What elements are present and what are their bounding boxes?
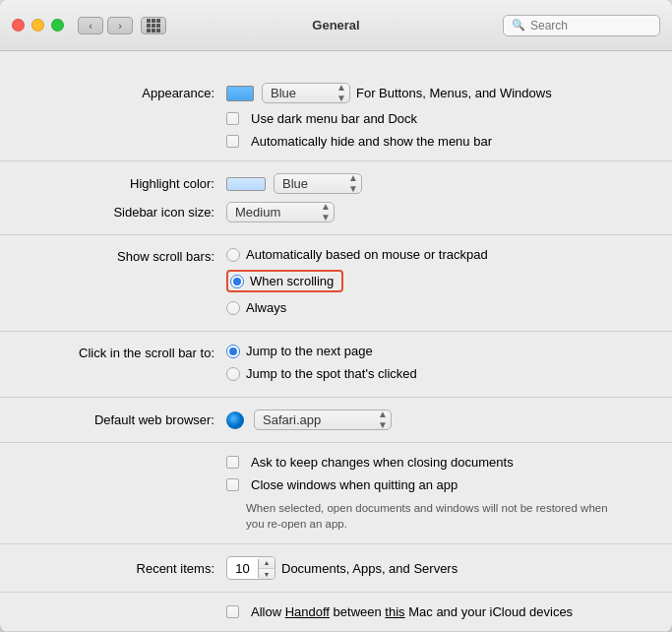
highlight-controls: Blue ▲▼	[226, 173, 362, 194]
browser-row: Default web browser: Safari.app ▲▼	[30, 410, 642, 430]
highlight-swatch	[226, 177, 266, 191]
maximize-button[interactable]	[51, 19, 64, 32]
sidebar-size-select[interactable]: Medium	[226, 202, 335, 222]
scroll-bars-controls: Automatically based on mouse or trackpad…	[226, 247, 488, 319]
close-quit-controls: Close windows when quitting an app	[226, 477, 458, 492]
dark-menubar-controls: Use dark menu bar and Dock	[226, 111, 417, 126]
click-scroll-controls: Jump to the next page Jump to the spot t…	[226, 344, 417, 385]
back-icon: ‹	[89, 20, 92, 32]
search-input[interactable]	[530, 19, 651, 32]
scroll-when-label: When scrolling	[250, 274, 334, 288]
search-box[interactable]: 🔍	[503, 15, 660, 36]
click-scroll-label: Click in the scroll bar to:	[30, 344, 226, 360]
stepper-buttons: ▲ ▼	[259, 557, 275, 579]
nav-buttons: ‹ ›	[78, 17, 133, 34]
jump-spot-label: Jump to the spot that's clicked	[246, 366, 417, 381]
jump-spot-item: Jump to the spot that's clicked	[226, 366, 417, 381]
ask-keep-checkbox[interactable]	[226, 456, 239, 469]
jump-next-radio[interactable]	[226, 345, 240, 358]
close-quit-label: Close windows when quitting an app	[251, 477, 458, 492]
scroll-always-item: Always	[226, 300, 286, 315]
documents-section: Ask to keep changes when closing documen…	[0, 442, 672, 543]
auto-hide-controls: Automatically hide and show the menu bar	[226, 134, 492, 149]
sidebar-size-controls: Medium ▲▼	[226, 202, 335, 222]
highlight-color-select[interactable]: Blue	[274, 173, 362, 194]
ask-keep-controls: Ask to keep changes when closing documen…	[226, 455, 514, 470]
appearance-description: For Buttons, Menus, and Windows	[356, 86, 552, 100]
handoff-checkbox[interactable]	[226, 605, 239, 618]
safari-icon	[226, 411, 244, 429]
recent-label: Recent items:	[30, 561, 226, 576]
close-quit-row: Close windows when quitting an app	[30, 477, 642, 492]
auto-hide-checkbox[interactable]	[226, 135, 239, 148]
browser-select[interactable]: Safari.app	[254, 410, 392, 430]
highlight-label: Highlight color:	[30, 176, 226, 191]
recent-stepper: 10 ▲ ▼	[226, 556, 275, 580]
recent-value: 10	[227, 559, 259, 578]
search-icon: 🔍	[512, 19, 525, 32]
documents-description: When selected, open documents and window…	[246, 500, 610, 532]
appearance-row: Appearance: Blue ▲▼ For Buttons, Menus, …	[30, 83, 642, 103]
back-button[interactable]: ‹	[78, 17, 103, 34]
handoff-section: Allow Handoff between this Mac and your …	[0, 592, 672, 631]
recent-description: Documents, Apps, and Servers	[281, 561, 458, 576]
sidebar-size-row: Sidebar icon size: Medium ▲▼	[30, 202, 642, 222]
main-content: Appearance: Blue ▲▼ For Buttons, Menus, …	[0, 51, 672, 632]
jump-spot-radio[interactable]	[226, 367, 240, 381]
handoff-label: Allow Handoff between this Mac and your …	[251, 604, 573, 619]
window-title: General	[312, 18, 359, 32]
handoff-controls: Allow Handoff between this Mac and your …	[226, 604, 573, 619]
handoff-underline: Handoff	[285, 604, 330, 619]
scroll-bars-section: Show scroll bars: Automatically based on…	[0, 234, 672, 331]
appearance-section: Appearance: Blue ▲▼ For Buttons, Menus, …	[0, 71, 672, 160]
recent-controls: 10 ▲ ▼ Documents, Apps, and Servers	[226, 556, 458, 580]
forward-button[interactable]: ›	[107, 17, 133, 34]
browser-label: Default web browser:	[30, 412, 226, 427]
jump-next-label: Jump to the next page	[246, 344, 373, 358]
scroll-when-radio[interactable]	[230, 275, 244, 288]
sidebar-size-select-wrapper: Medium ▲▼	[226, 202, 335, 222]
recent-section: Recent items: 10 ▲ ▼ Documents, Apps, an…	[0, 543, 672, 592]
handoff-row: Allow Handoff between this Mac and your …	[30, 604, 642, 619]
scroll-auto-radio[interactable]	[226, 248, 240, 262]
browser-controls: Safari.app ▲▼	[226, 410, 392, 430]
jump-next-item: Jump to the next page	[226, 344, 373, 358]
this-underline: this	[385, 604, 404, 619]
grid-view-button[interactable]	[141, 17, 166, 34]
traffic-lights	[12, 19, 64, 32]
dark-menubar-row: Use dark menu bar and Dock	[226, 111, 642, 126]
auto-hide-row: Automatically hide and show the menu bar	[30, 134, 642, 149]
color-swatch	[226, 86, 254, 101]
appearance-controls: Blue ▲▼ For Buttons, Menus, and Windows	[226, 83, 552, 103]
highlight-row: Highlight color: Blue ▲▼	[30, 173, 642, 194]
auto-hide-label: Automatically hide and show the menu bar	[251, 134, 492, 149]
scroll-bars-label: Show scroll bars:	[30, 247, 226, 264]
scroll-always-radio[interactable]	[226, 301, 240, 315]
window: ‹ › General 🔍 Appearance:	[0, 0, 672, 632]
scroll-when-item: When scrolling	[226, 270, 343, 292]
close-button[interactable]	[12, 19, 25, 32]
browser-select-wrapper: Safari.app ▲▼	[254, 410, 392, 430]
appearance-color-select[interactable]: Blue	[262, 83, 350, 103]
scroll-always-label: Always	[246, 300, 286, 315]
grid-icon	[147, 19, 160, 32]
scroll-auto-item: Automatically based on mouse or trackpad	[226, 247, 488, 262]
dark-menubar-checkbox[interactable]	[226, 112, 239, 125]
highlight-select-wrapper: Blue ▲▼	[274, 173, 362, 194]
click-scroll-section: Click in the scroll bar to: Jump to the …	[0, 331, 672, 397]
recent-row: Recent items: 10 ▲ ▼ Documents, Apps, an…	[30, 556, 642, 580]
scroll-when-highlight: When scrolling	[226, 270, 343, 292]
highlight-section: Highlight color: Blue ▲▼ Si	[0, 160, 672, 234]
scroll-bars-row: Show scroll bars: Automatically based on…	[30, 247, 642, 319]
stepper-down-button[interactable]: ▼	[259, 568, 275, 579]
scroll-auto-label: Automatically based on mouse or trackpad	[246, 247, 488, 262]
appearance-label: Appearance:	[30, 86, 226, 100]
minimize-button[interactable]	[31, 19, 44, 32]
stepper-up-button[interactable]: ▲	[259, 557, 275, 568]
click-scroll-row: Click in the scroll bar to: Jump to the …	[30, 344, 642, 385]
dark-menubar-label: Use dark menu bar and Dock	[251, 111, 417, 126]
browser-section: Default web browser: Safari.app ▲▼	[0, 397, 672, 442]
ask-keep-label: Ask to keep changes when closing documen…	[251, 455, 514, 470]
close-quit-checkbox[interactable]	[226, 478, 239, 491]
ask-keep-row: Ask to keep changes when closing documen…	[30, 455, 642, 470]
